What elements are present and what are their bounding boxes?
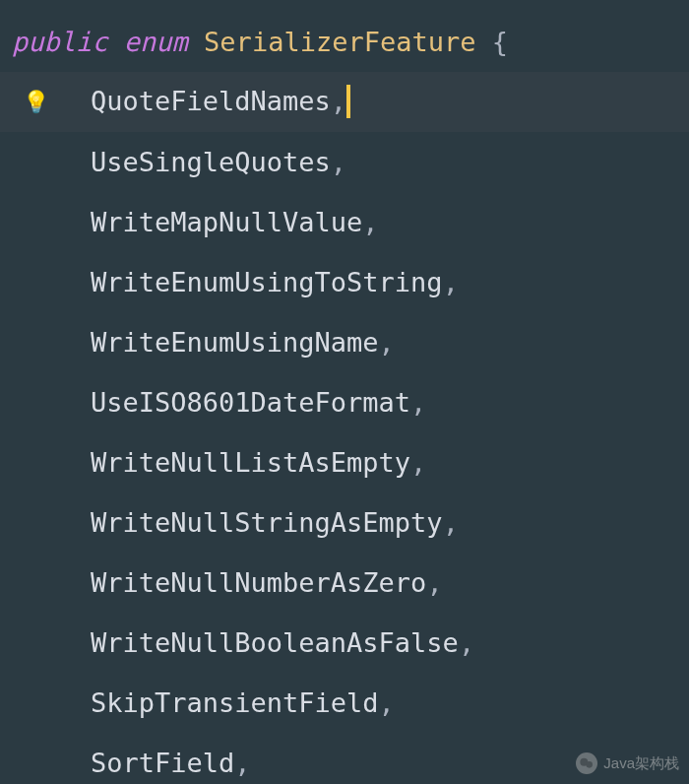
- code-line-enum-value[interactable]: WriteEnumUsingName,: [0, 312, 689, 372]
- comma: ,: [410, 447, 426, 478]
- comma: ,: [379, 687, 395, 718]
- enum-value: SkipTransientField: [91, 687, 379, 718]
- comma: ,: [331, 147, 346, 177]
- enum-value: WriteNullStringAsEmpty: [91, 507, 443, 538]
- line-content: WriteMapNullValue,: [71, 207, 379, 237]
- line-content: public enum SerializerFeature {: [0, 27, 508, 57]
- keyword-public: public: [12, 27, 108, 57]
- code-line-enum-value[interactable]: WriteNullBooleanAsFalse,: [0, 613, 689, 673]
- comma: ,: [410, 387, 426, 418]
- code-line-enum-value[interactable]: WriteEnumUsingToString,: [0, 252, 689, 312]
- comma: ,: [443, 267, 459, 297]
- comma: ,: [234, 748, 250, 778]
- line-content: SortField,: [71, 748, 251, 778]
- code-line-enum-value[interactable]: UseSingleQuotes,: [0, 132, 689, 192]
- open-brace: {: [492, 27, 508, 57]
- comma: ,: [459, 627, 474, 658]
- line-content: WriteNullListAsEmpty,: [71, 447, 426, 478]
- code-line-enum-value[interactable]: SkipTransientField,: [0, 673, 689, 733]
- wechat-icon: [576, 752, 597, 774]
- enum-value: WriteEnumUsingToString: [91, 267, 443, 297]
- enum-value: UseSingleQuotes: [91, 147, 331, 177]
- line-content: WriteNullStringAsEmpty,: [71, 507, 459, 538]
- line-content: UseSingleQuotes,: [71, 147, 346, 177]
- comma: ,: [443, 507, 459, 538]
- text-cursor: [346, 85, 350, 118]
- line-content: WriteEnumUsingToString,: [71, 267, 459, 297]
- line-content: WriteNullBooleanAsFalse,: [71, 627, 474, 658]
- line-content: UseISO8601DateFormat,: [71, 387, 426, 418]
- watermark-text: Java架构栈: [603, 754, 679, 773]
- enum-value: SortField: [91, 748, 234, 778]
- enum-value: UseISO8601DateFormat: [91, 387, 410, 418]
- svg-point-1: [587, 761, 594, 768]
- line-content: WriteNullNumberAsZero,: [71, 567, 443, 598]
- enum-value: WriteMapNullValue: [91, 207, 362, 237]
- keyword-enum: enum: [124, 27, 188, 57]
- code-line-enum-value[interactable]: WriteNullNumberAsZero,: [0, 553, 689, 613]
- comma: ,: [379, 327, 395, 358]
- comma: ,: [426, 567, 442, 598]
- code-line-enum-value[interactable]: UseISO8601DateFormat,: [0, 372, 689, 432]
- lightbulb-icon[interactable]: 💡: [23, 90, 49, 114]
- code-editor[interactable]: public enum SerializerFeature { 💡QuoteFi…: [0, 0, 689, 784]
- line-content: SkipTransientField,: [71, 687, 395, 718]
- comma: ,: [362, 207, 378, 237]
- code-line-enum-value[interactable]: WriteNullStringAsEmpty,: [0, 492, 689, 553]
- enum-value: WriteNullListAsEmpty: [91, 447, 410, 478]
- gutter: 💡: [0, 90, 71, 114]
- code-line-enum-value[interactable]: 💡QuoteFieldNames,: [0, 72, 689, 132]
- class-name: SerializerFeature: [204, 27, 475, 57]
- line-content: QuoteFieldNames,: [71, 85, 350, 120]
- code-line-enum-value[interactable]: WriteMapNullValue,: [0, 192, 689, 252]
- code-line-enum-value[interactable]: WriteNullListAsEmpty,: [0, 432, 689, 492]
- code-line-declaration[interactable]: public enum SerializerFeature {: [0, 12, 689, 72]
- line-content: WriteEnumUsingName,: [71, 327, 395, 358]
- enum-value: WriteNullBooleanAsFalse: [91, 627, 459, 658]
- enum-value: WriteEnumUsingName: [91, 327, 379, 358]
- watermark: Java架构栈: [576, 752, 679, 774]
- enum-value: QuoteFieldNames: [91, 85, 331, 115]
- comma: ,: [331, 85, 346, 115]
- enum-value: WriteNullNumberAsZero: [91, 567, 426, 598]
